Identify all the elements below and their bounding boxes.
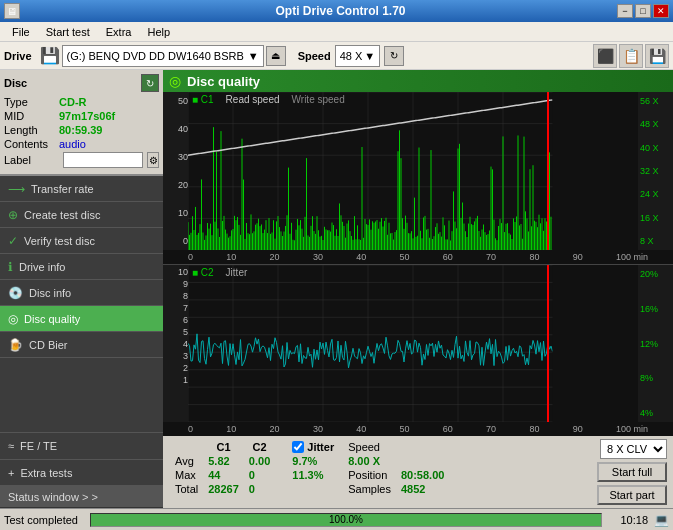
menu-extra[interactable]: Extra (98, 24, 140, 40)
menu-file[interactable]: File (4, 24, 38, 40)
sidebar-item-disc-quality-label: Disc quality (24, 313, 80, 325)
stats-speed-label: Speed (340, 441, 395, 453)
status-window-label: Status window > > (8, 491, 98, 503)
disc-quality-header-icon: ◎ (169, 73, 181, 89)
stats-position-value: 80:58.00 (397, 469, 448, 481)
extra-tests-icon: + (8, 467, 14, 479)
jitter-checkbox[interactable] (292, 441, 304, 453)
sidebar-item-extra-tests[interactable]: + Extra tests (0, 460, 163, 486)
start-part-button[interactable]: Start part (597, 485, 667, 505)
stats-max-label: Max (171, 469, 202, 481)
disc-panel: Disc ↻ Type CD-R MID 97m17s06f Length 80… (0, 70, 163, 176)
speed-value: 48 X (340, 50, 363, 62)
sidebar-item-drive-info[interactable]: ℹ Drive info (0, 254, 163, 280)
toolbar-icon-1[interactable]: ⬛ (593, 44, 617, 68)
chart1-y-axis-right: 56 X 48 X 40 X 32 X 24 X 16 X 8 X (638, 92, 673, 250)
toolbar-icon-2[interactable]: 📋 (619, 44, 643, 68)
sidebar-bottom: ≈ FE / TE + Extra tests Status window > … (0, 432, 163, 508)
menu-bar: File Start test Extra Help (0, 22, 673, 42)
sidebar-item-disc-info[interactable]: 💿 Disc info (0, 280, 163, 306)
disc-type-label: Type (4, 96, 59, 108)
disc-quality-header: ◎ Disc quality (163, 70, 673, 92)
disc-mid-label: MID (4, 110, 59, 122)
sidebar-item-verify-test-disc[interactable]: ✓ Verify test disc (0, 228, 163, 254)
fe-te-icon: ≈ (8, 440, 14, 452)
sidebar-item-cd-bier-label: CD Bier (29, 339, 68, 351)
stats-position-label: Position (340, 469, 395, 481)
sidebar-item-drive-info-label: Drive info (19, 261, 65, 273)
disc-quality-icon: ◎ (8, 312, 18, 326)
sidebar-item-cd-bier[interactable]: 🍺 CD Bier (0, 332, 163, 358)
sidebar-item-disc-quality[interactable]: ◎ Disc quality (0, 306, 163, 332)
sidebar-item-fe-te[interactable]: ≈ FE / TE (0, 432, 163, 460)
app-title: Opti Drive Control 1.70 (64, 4, 617, 18)
jitter-label: Jitter (307, 441, 334, 453)
stats-max-c2: 0 (245, 469, 274, 481)
progress-bar: 100.0% (90, 513, 602, 527)
main-content: ◎ Disc quality 50 40 30 20 10 0 (163, 70, 673, 508)
menu-help[interactable]: Help (139, 24, 178, 40)
charts-area: 50 40 30 20 10 0 ■ C1 Read speed Write (163, 92, 673, 436)
toolbar-icon-save[interactable]: 💾 (645, 44, 669, 68)
stats-max-jitter: 11.3% (288, 469, 338, 481)
chart2-position-marker (547, 265, 549, 422)
chart2-area: ■ C2 Jitter (188, 265, 638, 422)
sidebar-nav: ⟶ Transfer rate ⊕ Create test disc ✓ Ver… (0, 176, 163, 358)
cd-bier-icon: 🍺 (8, 338, 23, 352)
create-test-disc-icon: ⊕ (8, 208, 18, 222)
chart2-y-axis-right: 20% 16% 12% 8% 4% (638, 265, 673, 422)
menu-start-test[interactable]: Start test (38, 24, 98, 40)
stats-samples-value: 4852 (397, 483, 448, 495)
sidebar-item-disc-info-label: Disc info (29, 287, 71, 299)
title-bar: 🖥 Opti Drive Control 1.70 − □ ✕ (0, 0, 673, 22)
refresh-button[interactable]: ↻ (384, 46, 404, 66)
status-icon: 💻 (654, 513, 669, 527)
disc-label-label: Label (4, 154, 59, 166)
stats-total-c2: 0 (245, 483, 274, 495)
close-button[interactable]: ✕ (653, 4, 669, 18)
sidebar: Disc ↻ Type CD-R MID 97m17s06f Length 80… (0, 70, 163, 508)
chart1-container: 50 40 30 20 10 0 ■ C1 Read speed Write (163, 92, 673, 265)
stats-avg-label: Avg (171, 455, 202, 467)
drive-bar: Drive 💾 (G:) BENQ DVD DD DW1640 BSRB ▼ ⏏… (0, 42, 673, 70)
progress-label: 100.0% (91, 514, 601, 526)
sidebar-item-transfer-rate[interactable]: ⟶ Transfer rate (0, 176, 163, 202)
speed-dropdown[interactable]: 8 X CLV (600, 439, 667, 459)
stats-max-c1: 44 (204, 469, 243, 481)
drive-eject-button[interactable]: ⏏ (266, 46, 286, 66)
drive-value: (G:) BENQ DVD DD DW1640 BSRB (67, 50, 244, 62)
maximize-button[interactable]: □ (635, 4, 651, 18)
transfer-rate-icon: ⟶ (8, 182, 25, 196)
start-full-button[interactable]: Start full (597, 462, 667, 482)
disc-mid-value: 97m17s06f (59, 110, 115, 122)
chart2-container: 10 9 8 7 6 5 4 3 2 1 (163, 265, 673, 436)
verify-test-disc-icon: ✓ (8, 234, 18, 248)
disc-contents-label: Contents (4, 138, 59, 150)
drive-select[interactable]: (G:) BENQ DVD DD DW1640 BSRB ▼ (62, 45, 264, 67)
disc-title: Disc (4, 77, 27, 89)
sidebar-item-verify-test-disc-label: Verify test disc (24, 235, 95, 247)
disc-info-icon: 💿 (8, 286, 23, 300)
stats-speed-value: 8.00 X (340, 455, 395, 467)
drive-label: Drive (4, 50, 32, 62)
drive-icon: 💾 (40, 46, 60, 65)
disc-label-input[interactable] (63, 152, 143, 168)
drive-info-icon: ℹ (8, 260, 13, 274)
chart2-x-axis: 0 10 20 30 40 50 60 70 80 90 100 min (163, 422, 673, 436)
stats-avg-c2: 0.00 (245, 455, 274, 467)
stats-samples-label: Samples (340, 483, 395, 495)
chart1-x-axis: 0 10 20 30 40 50 60 70 80 90 100 min (163, 250, 673, 264)
stats-avg-c1: 5.82 (204, 455, 243, 467)
minimize-button[interactable]: − (617, 4, 633, 18)
chart1-area: ■ C1 Read speed Write speed (188, 92, 638, 250)
disc-label-button[interactable]: ⚙ (147, 152, 159, 168)
stats-header-jitter: Jitter (288, 441, 338, 453)
disc-refresh-button[interactable]: ↻ (141, 74, 159, 92)
disc-quality-title: Disc quality (187, 74, 260, 89)
stats-table: C1 C2 Jitter Speed Avg 5.82 0.00 (169, 439, 450, 497)
speed-select-container[interactable]: 48 X ▼ (335, 45, 381, 67)
status-window-button[interactable]: Status window > > (0, 486, 163, 508)
disc-type-value: CD-R (59, 96, 87, 108)
sidebar-item-create-test-disc[interactable]: ⊕ Create test disc (0, 202, 163, 228)
disc-length-value: 80:59.39 (59, 124, 102, 136)
